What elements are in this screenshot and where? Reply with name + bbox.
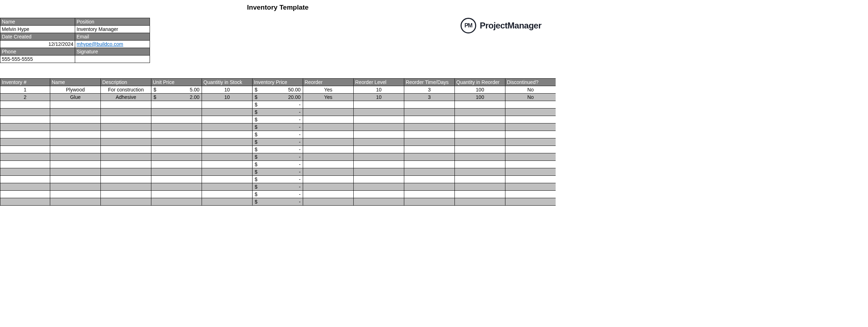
table-cell[interactable] (151, 123, 202, 131)
meta-signature-value[interactable] (75, 56, 150, 63)
table-cell[interactable]: $- (253, 101, 303, 109)
table-cell[interactable] (101, 198, 151, 206)
table-cell[interactable] (0, 138, 50, 146)
table-cell[interactable] (354, 161, 404, 168)
table-cell[interactable]: $- (253, 183, 303, 191)
table-cell[interactable] (354, 116, 404, 123)
table-cell[interactable] (455, 138, 505, 146)
table-cell[interactable] (354, 198, 404, 206)
table-cell[interactable] (404, 153, 455, 161)
table-cell[interactable] (50, 183, 101, 191)
table-cell[interactable]: No (505, 86, 556, 94)
table-cell[interactable]: 10 (202, 94, 253, 101)
table-cell[interactable] (404, 183, 455, 191)
table-cell[interactable] (50, 168, 101, 176)
table-cell[interactable] (303, 146, 354, 153)
table-cell[interactable] (303, 123, 354, 131)
table-cell[interactable] (151, 198, 202, 206)
table-cell[interactable] (303, 168, 354, 176)
table-cell[interactable]: Glue (50, 94, 101, 101)
table-cell[interactable] (404, 138, 455, 146)
table-cell[interactable] (151, 109, 202, 116)
table-cell[interactable] (455, 161, 505, 168)
table-cell[interactable] (50, 123, 101, 131)
table-cell[interactable] (101, 161, 151, 168)
table-cell[interactable] (404, 198, 455, 206)
table-cell[interactable] (151, 153, 202, 161)
table-cell[interactable]: $- (253, 146, 303, 153)
table-cell[interactable] (354, 176, 404, 183)
table-cell[interactable] (354, 146, 404, 153)
table-cell[interactable] (354, 168, 404, 176)
table-cell[interactable] (151, 168, 202, 176)
table-cell[interactable] (202, 198, 253, 206)
table-cell[interactable]: 100 (455, 94, 505, 101)
table-cell[interactable] (505, 138, 556, 146)
table-cell[interactable] (354, 191, 404, 198)
table-cell[interactable] (0, 153, 50, 161)
table-cell[interactable] (404, 168, 455, 176)
table-cell[interactable] (505, 153, 556, 161)
table-cell[interactable] (0, 123, 50, 131)
table-cell[interactable] (303, 161, 354, 168)
table-cell[interactable] (202, 161, 253, 168)
table-cell[interactable] (354, 153, 404, 161)
table-cell[interactable] (404, 123, 455, 131)
table-cell[interactable]: 1 (0, 86, 50, 94)
table-cell[interactable]: For construction (101, 86, 151, 94)
table-cell[interactable] (505, 123, 556, 131)
table-cell[interactable] (50, 176, 101, 183)
table-cell[interactable]: $- (253, 191, 303, 198)
table-cell[interactable]: 10 (354, 94, 404, 101)
table-cell[interactable] (354, 183, 404, 191)
table-cell[interactable] (0, 176, 50, 183)
table-cell[interactable] (354, 109, 404, 116)
table-cell[interactable] (202, 116, 253, 123)
table-cell[interactable] (505, 161, 556, 168)
table-cell[interactable]: 3 (404, 94, 455, 101)
table-cell[interactable] (354, 138, 404, 146)
table-cell[interactable] (101, 168, 151, 176)
table-cell[interactable]: $- (253, 138, 303, 146)
meta-email-value[interactable]: mhype@buildco.com (75, 41, 150, 48)
table-cell[interactable] (455, 183, 505, 191)
table-cell[interactable] (455, 109, 505, 116)
table-cell[interactable] (151, 146, 202, 153)
table-cell[interactable] (50, 101, 101, 109)
table-cell[interactable] (505, 146, 556, 153)
table-cell[interactable] (303, 198, 354, 206)
table-cell[interactable] (101, 109, 151, 116)
table-cell[interactable] (0, 131, 50, 138)
table-cell[interactable]: $- (253, 168, 303, 176)
table-cell[interactable] (0, 109, 50, 116)
table-cell[interactable] (0, 146, 50, 153)
table-cell[interactable] (505, 168, 556, 176)
table-cell[interactable] (303, 183, 354, 191)
table-cell[interactable] (202, 109, 253, 116)
table-cell[interactable] (455, 176, 505, 183)
table-cell[interactable] (404, 101, 455, 109)
table-cell[interactable] (303, 131, 354, 138)
table-cell[interactable] (101, 146, 151, 153)
table-cell[interactable] (303, 153, 354, 161)
table-cell[interactable] (404, 131, 455, 138)
table-cell[interactable] (455, 131, 505, 138)
table-cell[interactable] (505, 183, 556, 191)
table-cell[interactable] (455, 101, 505, 109)
table-cell[interactable] (202, 138, 253, 146)
table-cell[interactable] (0, 183, 50, 191)
table-cell[interactable] (202, 131, 253, 138)
table-cell[interactable] (50, 198, 101, 206)
table-cell[interactable] (303, 101, 354, 109)
table-cell[interactable] (455, 123, 505, 131)
table-cell[interactable] (455, 116, 505, 123)
table-cell[interactable] (404, 191, 455, 198)
table-cell[interactable]: $- (253, 176, 303, 183)
table-cell[interactable] (505, 191, 556, 198)
meta-name-value[interactable]: Melvin Hype (0, 26, 75, 33)
table-cell[interactable]: 100 (455, 86, 505, 94)
table-cell[interactable] (50, 138, 101, 146)
meta-position-value[interactable]: Inventory Manager (75, 26, 150, 33)
table-cell[interactable] (151, 116, 202, 123)
table-cell[interactable] (101, 153, 151, 161)
